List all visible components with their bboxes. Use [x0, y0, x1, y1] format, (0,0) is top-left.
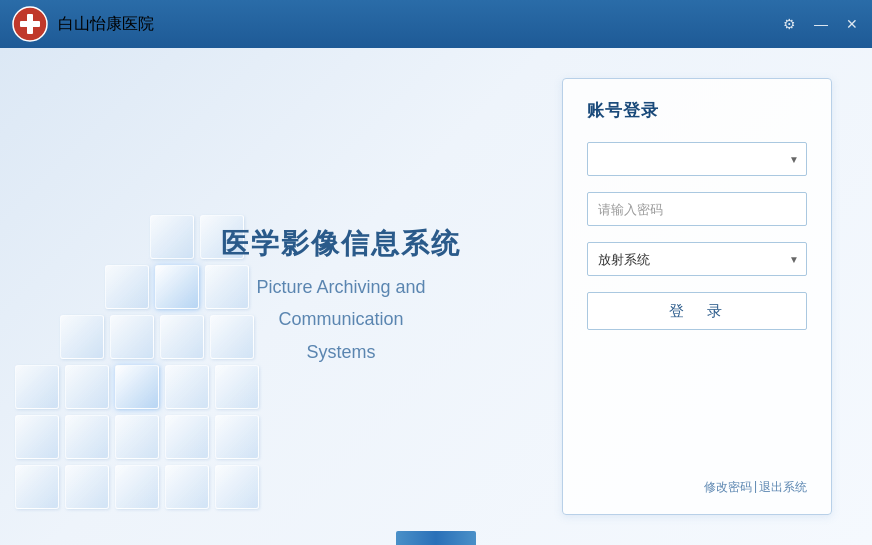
password-input[interactable] [587, 192, 807, 226]
login-panel: 账号登录 ▼ 放射系统 ▼ 登 录 [562, 78, 832, 515]
exit-system-link[interactable]: 退出系统 [759, 477, 807, 498]
link-separator: | [752, 477, 759, 498]
minimize-icon[interactable]: — [810, 14, 832, 34]
main-content: 医学影像信息系统 Picture Archiving and Communica… [0, 48, 872, 545]
system-select[interactable]: 放射系统 [587, 242, 807, 276]
username-group: ▼ [587, 142, 807, 176]
window-controls: ⚙ — ✕ [779, 14, 862, 34]
left-section: 医学影像信息系统 Picture Archiving and Communica… [0, 48, 562, 545]
close-icon[interactable]: ✕ [842, 14, 862, 34]
username-select[interactable] [587, 142, 807, 176]
system-select-wrapper: 放射系统 ▼ [587, 242, 807, 276]
app-title: 白山怡康医院 [58, 14, 154, 35]
logo-icon [12, 6, 48, 42]
login-title: 账号登录 [587, 99, 807, 122]
svg-rect-2 [20, 21, 40, 27]
password-group [587, 192, 807, 226]
login-button[interactable]: 登 录 [587, 292, 807, 330]
bottom-links: 修改密码 | 退出系统 [587, 477, 807, 498]
system-title-en: Picture Archiving and Communication Syst… [221, 271, 461, 368]
title-bar: 白山怡康医院 ⚙ — ✕ [0, 0, 872, 48]
username-select-wrapper: ▼ [587, 142, 807, 176]
change-password-link[interactable]: 修改密码 [704, 477, 752, 498]
settings-icon[interactable]: ⚙ [779, 14, 800, 34]
system-title-cn: 医学影像信息系统 [221, 225, 461, 263]
system-group: 放射系统 ▼ [587, 242, 807, 276]
